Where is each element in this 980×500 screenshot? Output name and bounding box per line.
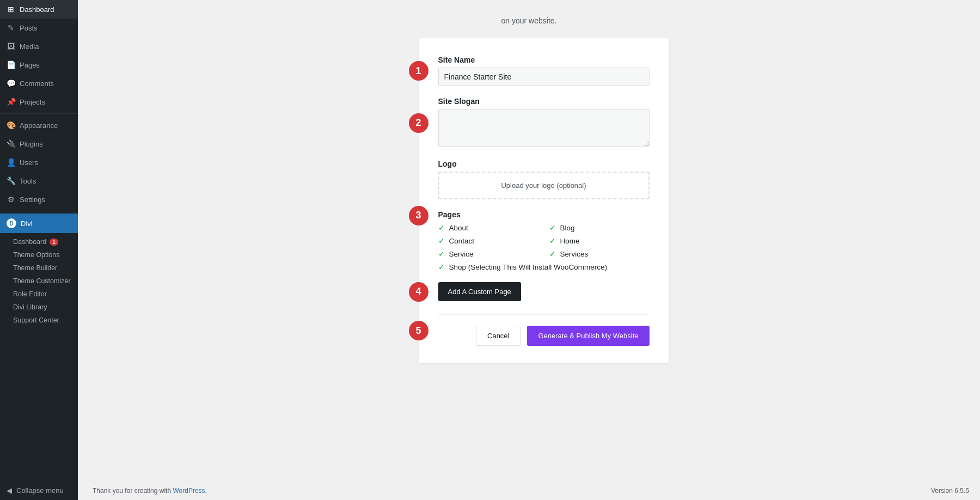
sidebar-item-label: Dashboard xyxy=(20,5,54,14)
sidebar-item-label: Posts xyxy=(20,24,38,32)
wp-footer: Thank you for creating with WordPress. V… xyxy=(82,487,980,495)
sidebar-item-divi[interactable]: D Divi xyxy=(0,214,78,233)
page-label-services: Services xyxy=(560,250,589,258)
theme-builder-label: Theme Builder xyxy=(13,264,57,272)
sidebar-item-label: Comments xyxy=(20,80,54,88)
divi-library-label: Divi Library xyxy=(13,303,47,311)
sidebar-item-posts[interactable]: ✎ Posts xyxy=(0,19,78,37)
sidebar-item-dashboard[interactable]: ⊞ Dashboard xyxy=(0,0,78,19)
sidebar-separator-2 xyxy=(0,211,78,211)
divi-icon: D xyxy=(7,218,16,228)
step3-logo-pages: 3 Logo Upload your logo (optional) Pages… xyxy=(438,160,650,271)
check-icon-home: ✓ xyxy=(549,236,556,245)
check-icon-about: ✓ xyxy=(438,223,445,232)
step1-site-name: 1 Site Name xyxy=(438,56,650,86)
site-name-input[interactable] xyxy=(438,68,650,86)
sidebar-item-tools[interactable]: 🔧 Tools xyxy=(0,172,78,190)
wordpress-link[interactable]: WordPress. xyxy=(173,487,206,495)
footer-text: Thank you for creating with WordPress. xyxy=(93,487,207,495)
collapse-icon: ◀ xyxy=(7,486,12,495)
sidebar-item-label: Media xyxy=(20,42,39,51)
comments-icon: 💬 xyxy=(7,79,15,88)
tools-icon: 🔧 xyxy=(7,176,15,185)
main-content: on your website. 1 Site Name 2 Site Slog… xyxy=(78,0,980,500)
page-label-service: Service xyxy=(449,250,474,258)
sidebar-sub-item-theme-options[interactable]: Theme Options xyxy=(0,248,78,261)
sidebar-sub-item-theme-customizer[interactable]: Theme Customizer xyxy=(0,275,78,288)
plugins-icon: 🔌 xyxy=(7,139,15,148)
site-name-label: Site Name xyxy=(438,56,650,64)
collapse-menu-button[interactable]: ◀ Collapse menu xyxy=(0,481,78,500)
sidebar-item-label: Plugins xyxy=(20,140,43,148)
support-center-label: Support Center xyxy=(13,316,59,324)
sidebar-item-comments[interactable]: 💬 Comments xyxy=(0,74,78,93)
sidebar-item-label: Projects xyxy=(20,98,45,106)
page-label-shop: Shop (Selecting This Will Install WooCom… xyxy=(449,263,608,271)
logo-upload-label: Upload your logo (optional) xyxy=(501,181,586,190)
divi-label: Divi xyxy=(21,219,33,228)
sidebar-sub-item-dashboard[interactable]: Dashboard 1 xyxy=(0,235,78,248)
sidebar-item-appearance[interactable]: 🎨 Appearance xyxy=(0,116,78,135)
logo-upload-button[interactable]: Upload your logo (optional) xyxy=(438,172,650,199)
sidebar-item-media[interactable]: 🖼 Media xyxy=(0,37,78,56)
theme-options-label: Theme Options xyxy=(13,251,59,259)
page-item-home[interactable]: ✓ Home xyxy=(549,236,650,245)
sidebar-item-projects[interactable]: 📌 Projects xyxy=(0,93,78,111)
posts-icon: ✎ xyxy=(7,23,15,32)
page-item-services[interactable]: ✓ Services xyxy=(549,249,650,258)
sidebar: ⊞ Dashboard ✎ Posts 🖼 Media 📄 Pages 💬 Co… xyxy=(0,0,78,500)
site-slogan-label: Site Slogan xyxy=(438,97,650,106)
projects-icon: 📌 xyxy=(7,97,15,106)
sidebar-item-pages[interactable]: 📄 Pages xyxy=(0,56,78,74)
step2-site-slogan: 2 Site Slogan xyxy=(438,97,650,149)
page-item-service[interactable]: ✓ Service xyxy=(438,249,538,258)
page-item-blog[interactable]: ✓ Blog xyxy=(549,223,650,232)
pages-label: Pages xyxy=(438,210,650,219)
dashboard-badge: 1 xyxy=(50,239,58,246)
dashboard-icon: ⊞ xyxy=(7,5,15,14)
sidebar-item-label: Appearance xyxy=(20,121,58,130)
sidebar-sub-item-role-editor[interactable]: Role Editor xyxy=(0,288,78,301)
step-badge-5: 5 xyxy=(409,321,428,340)
page-item-contact[interactable]: ✓ Contact xyxy=(438,236,538,245)
sidebar-item-plugins[interactable]: 🔌 Plugins xyxy=(0,135,78,153)
divi-submenu: Dashboard 1 Theme Options Theme Builder … xyxy=(0,233,78,329)
sidebar-item-settings[interactable]: ⚙ Settings xyxy=(0,190,78,209)
page-label-contact: Contact xyxy=(449,237,475,245)
pages-grid: ✓ About ✓ Blog ✓ Contact xyxy=(438,223,650,271)
check-icon-service: ✓ xyxy=(438,249,445,258)
collapse-label: Collapse menu xyxy=(16,486,64,495)
step-badge-2: 2 xyxy=(409,113,428,133)
pages-icon: 📄 xyxy=(7,60,15,69)
publish-button[interactable]: Generate & Publish My Website xyxy=(527,326,649,346)
steps-container: 1 Site Name 2 Site Slogan 3 Logo Upload … xyxy=(419,38,669,363)
pages-section: Pages ✓ About ✓ Blog xyxy=(438,210,650,271)
page-item-shop[interactable]: ✓ Shop (Selecting This Will Install WooC… xyxy=(438,263,650,271)
check-icon-contact: ✓ xyxy=(438,236,445,245)
check-icon-blog: ✓ xyxy=(549,223,556,232)
sidebar-item-label: Tools xyxy=(20,177,36,185)
top-text: on your website. xyxy=(501,16,557,25)
sidebar-sub-item-divi-library[interactable]: Divi Library xyxy=(0,301,78,314)
sidebar-sub-item-theme-builder[interactable]: Theme Builder xyxy=(0,261,78,275)
check-icon-shop: ✓ xyxy=(438,263,445,271)
check-icon-services: ✓ xyxy=(549,249,556,258)
sidebar-sub-item-support-center[interactable]: Support Center xyxy=(0,314,78,327)
cancel-button[interactable]: Cancel xyxy=(476,326,520,346)
sidebar-separator-1 xyxy=(0,113,78,114)
site-slogan-textarea[interactable] xyxy=(438,109,650,147)
add-custom-page-button[interactable]: Add A Custom Page xyxy=(438,282,521,301)
step-badge-1: 1 xyxy=(409,61,428,81)
dashboard-sub-label: Dashboard xyxy=(13,238,46,246)
role-editor-label: Role Editor xyxy=(13,290,47,298)
page-item-about[interactable]: ✓ About xyxy=(438,223,538,232)
sidebar-item-label: Settings xyxy=(20,196,45,204)
logo-group: Logo Upload your logo (optional) xyxy=(438,160,650,199)
step4-custom-page: 4 Add A Custom Page xyxy=(438,282,650,301)
sidebar-item-users[interactable]: 👤 Users xyxy=(0,153,78,172)
appearance-icon: 🎨 xyxy=(7,121,15,130)
page-label-home: Home xyxy=(560,237,580,245)
page-label-about: About xyxy=(449,224,468,232)
theme-customizer-label: Theme Customizer xyxy=(13,277,71,285)
step-badge-3: 3 xyxy=(409,206,428,225)
